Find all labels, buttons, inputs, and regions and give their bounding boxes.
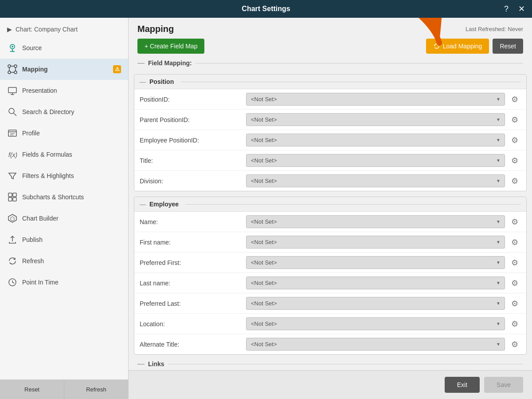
- sidebar-item-refresh[interactable]: Refresh: [0, 250, 128, 272]
- last-name-gear[interactable]: ⚙: [509, 277, 521, 289]
- first-name-row: First name: <Not Set> ⚙: [134, 232, 526, 253]
- alternate-title-label: Alternate Title:: [140, 341, 246, 348]
- name-gear[interactable]: ⚙: [509, 216, 521, 228]
- svg-point-6: [8, 71, 11, 74]
- alternate-title-gear[interactable]: ⚙: [509, 338, 521, 351]
- svg-point-1: [12, 46, 13, 47]
- load-mapping-button[interactable]: Load Mapping: [426, 39, 489, 54]
- svg-marker-27: [11, 217, 14, 221]
- sidebar-point-in-time-label: Point In Time: [22, 279, 121, 286]
- sidebar-publish-label: Publish: [22, 236, 121, 243]
- preferred-first-row: Preferred First: <Not Set> ⚙: [134, 253, 526, 273]
- parent-position-id-select[interactable]: <Not Set>: [246, 113, 505, 126]
- employee-position-id-gear[interactable]: ⚙: [509, 134, 521, 146]
- preferred-last-select[interactable]: <Not Set>: [246, 297, 505, 310]
- sidebar-item-publish[interactable]: Publish: [0, 229, 128, 250]
- employee-section: — Employee Name: <Not Set> ⚙: [134, 197, 527, 355]
- content-footer: Exit Save: [129, 370, 532, 399]
- division-gear[interactable]: ⚙: [509, 175, 521, 187]
- parent-position-id-row: Parent PositionID: <Not Set> ⚙: [134, 110, 526, 130]
- svg-point-5: [14, 65, 17, 67]
- last-refreshed: Last Refreshed: Never: [466, 26, 523, 32]
- title-row: Title: <Not Set> ⚙: [134, 150, 526, 171]
- field-mapping-label: Field Mapping:: [148, 59, 192, 67]
- first-name-gear[interactable]: ⚙: [509, 236, 521, 249]
- preferred-last-gear[interactable]: ⚙: [509, 297, 521, 310]
- title-select[interactable]: <Not Set>: [246, 154, 505, 167]
- sidebar-fields-label: Fields & Formulas: [22, 151, 121, 158]
- help-button[interactable]: ?: [500, 3, 512, 15]
- field-mapping-line: [196, 63, 523, 63]
- svg-rect-23: [13, 193, 16, 197]
- content-area: Mapping Last Refreshed: Never + Create F…: [129, 18, 532, 399]
- preferred-first-gear[interactable]: ⚙: [509, 257, 521, 269]
- sidebar-profile-label: Profile: [22, 130, 121, 137]
- sidebar-item-chart-builder[interactable]: Chart Builder: [0, 208, 128, 229]
- sidebar-item-source[interactable]: Source: [0, 37, 128, 59]
- search-icon: [7, 107, 18, 117]
- name-row: Name: <Not Set> ⚙: [134, 212, 526, 232]
- first-name-select[interactable]: <Not Set>: [246, 236, 505, 249]
- clock-icon: [7, 277, 18, 288]
- mapping-icon: [7, 64, 18, 75]
- alternate-title-select-wrapper: <Not Set> ⚙: [246, 338, 521, 351]
- publish-icon: [7, 234, 18, 245]
- division-select[interactable]: <Not Set>: [246, 174, 505, 187]
- sidebar-item-mapping[interactable]: Mapping ⚠: [0, 59, 128, 80]
- employee-section-title: Employee: [149, 201, 179, 208]
- position-id-select[interactable]: <Not Set>: [246, 93, 505, 106]
- sidebar-refresh-label: Refresh: [22, 257, 121, 265]
- sidebar-filters-label: Filters & Highlights: [22, 172, 121, 179]
- mapping-actions-right: Load Mapping Reset: [426, 39, 523, 54]
- sidebar-item-chart[interactable]: ▶ Chart: Company Chart: [0, 21, 128, 37]
- name-select[interactable]: <Not Set>: [246, 215, 505, 228]
- preferred-last-row: Preferred Last: <Not Set> ⚙: [134, 293, 526, 314]
- sidebar-item-point-in-time[interactable]: Point In Time: [0, 272, 128, 293]
- presentation-icon: [7, 85, 18, 96]
- close-button[interactable]: ✕: [515, 3, 528, 15]
- sidebar-refresh-button[interactable]: Refresh: [64, 380, 128, 399]
- sidebar-item-fields-formulas[interactable]: f(x) Fields & Formulas: [0, 144, 128, 165]
- last-name-select[interactable]: <Not Set>: [246, 277, 505, 289]
- svg-rect-25: [13, 198, 16, 201]
- location-gear[interactable]: ⚙: [509, 318, 521, 330]
- title-gear[interactable]: ⚙: [509, 154, 521, 167]
- preferred-first-label: Preferred First:: [140, 259, 246, 266]
- division-select-container: <Not Set>: [246, 174, 505, 187]
- title-bar: Chart Settings ? ✕: [0, 0, 532, 18]
- save-button[interactable]: Save: [484, 377, 523, 393]
- sidebar-reset-button[interactable]: Reset: [0, 380, 64, 399]
- alternate-title-select[interactable]: <Not Set>: [246, 338, 505, 351]
- position-id-row: PositionID: <Not Set> ⚙: [134, 89, 526, 110]
- last-name-label: Last name:: [140, 280, 246, 287]
- sidebar: ▶ Chart: Company Chart Source: [0, 18, 129, 399]
- position-section: — Position PositionID: <Not Set> ⚙: [134, 74, 527, 191]
- sidebar-item-profile[interactable]: Profile: [0, 122, 128, 144]
- location-select-wrapper: <Not Set> ⚙: [246, 317, 521, 330]
- name-select-container: <Not Set>: [246, 215, 505, 228]
- employee-position-id-select-wrapper: <Not Set> ⚙: [246, 134, 521, 146]
- location-select[interactable]: <Not Set>: [246, 317, 505, 330]
- load-refresh-icon: [433, 43, 440, 50]
- sidebar-item-search-directory[interactable]: Search & Directory: [0, 101, 128, 122]
- refresh-icon: [7, 256, 18, 266]
- sidebar-item-presentation[interactable]: Presentation: [0, 80, 128, 101]
- exit-button[interactable]: Exit: [445, 377, 480, 393]
- preferred-first-select-container: <Not Set>: [246, 256, 505, 269]
- svg-rect-24: [8, 198, 12, 201]
- svg-rect-12: [8, 87, 16, 93]
- preferred-last-label: Preferred Last:: [140, 300, 246, 307]
- create-field-map-button[interactable]: + Create Field Map: [137, 39, 204, 54]
- chart-builder-icon: [7, 213, 18, 224]
- reset-main-button[interactable]: Reset: [493, 39, 523, 54]
- parent-position-id-gear[interactable]: ⚙: [509, 114, 521, 126]
- sidebar-item-filters[interactable]: Filters & Highlights: [0, 165, 128, 186]
- sidebar-item-subcharts[interactable]: Subcharts & Shortcuts: [0, 186, 128, 208]
- preferred-first-select[interactable]: <Not Set>: [246, 256, 505, 269]
- sidebar-footer: Reset Refresh: [0, 379, 128, 399]
- svg-point-7: [14, 71, 17, 74]
- position-id-gear[interactable]: ⚙: [509, 93, 521, 106]
- employee-position-id-select[interactable]: <Not Set>: [246, 134, 505, 146]
- sidebar-source-label: Source: [22, 44, 121, 51]
- source-icon: [7, 43, 18, 53]
